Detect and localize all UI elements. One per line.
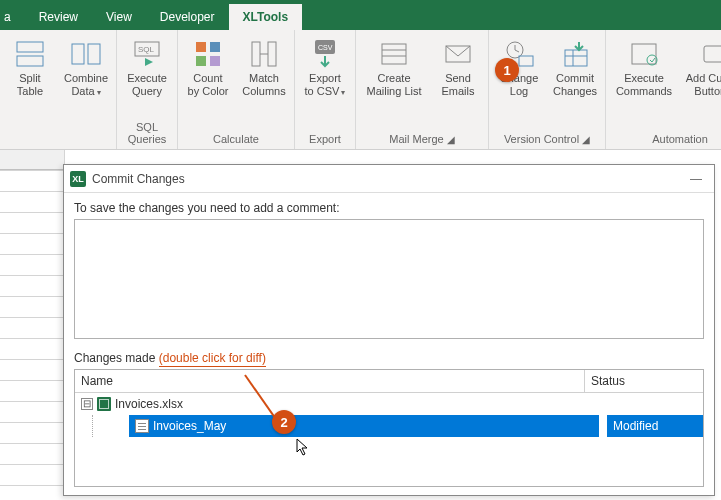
change-log-button[interactable]: Change Log [493, 34, 545, 131]
export-csv-button[interactable]: CSV Export to CSV▾ [299, 34, 351, 131]
svg-rect-3 [88, 44, 100, 64]
send-emails-icon [442, 38, 474, 70]
tab-review[interactable]: Review [25, 4, 92, 30]
ribbon: Split Table Combine Data▾ SQL Execute Qu… [0, 30, 721, 150]
send-emails-button[interactable]: Send Emails [432, 34, 484, 131]
worksheet-icon [135, 419, 149, 433]
commit-changes-icon [559, 38, 591, 70]
svg-text:SQL: SQL [138, 45, 155, 54]
dialog-launcher-icon[interactable]: ◢ [582, 134, 590, 145]
tab-xltools[interactable]: XLTools [229, 4, 303, 30]
group-export-title: Export [299, 131, 351, 147]
ribbon-tabs: a Review View Developer XLTools [0, 0, 721, 30]
changes-made-label: Changes made (double click for diff) [74, 351, 704, 365]
callout-badge-2: 2 [272, 410, 296, 434]
changes-table: Name Status ⊟ Invoices.xlsx Invoices_May [74, 369, 704, 487]
add-custom-buttons-button[interactable]: Add Custom Buttons▾ [682, 34, 721, 131]
group-calculate-title: Calculate [182, 131, 290, 147]
svg-rect-1 [17, 56, 43, 66]
panel-titlebar[interactable]: XL Commit Changes — [64, 165, 714, 193]
callout-badge-1: 1 [495, 58, 519, 82]
split-table-icon [14, 38, 46, 70]
xltools-logo-icon: XL [70, 171, 86, 187]
count-by-color-button[interactable]: Count by Color [182, 34, 234, 131]
excel-file-icon [97, 397, 111, 411]
execute-commands-icon [628, 38, 660, 70]
group-automation-title: Automation [610, 131, 721, 147]
svg-rect-10 [252, 42, 260, 66]
status-cell: Modified [607, 415, 704, 437]
svg-rect-25 [704, 46, 721, 62]
group-title [4, 131, 112, 147]
column-status-header[interactable]: Status [585, 370, 703, 392]
dialog-launcher-icon[interactable]: ◢ [447, 134, 455, 145]
match-columns-icon [248, 38, 280, 70]
sql-icon: SQL [131, 38, 163, 70]
svg-rect-6 [196, 42, 206, 52]
execute-commands-button[interactable]: Execute Commands [610, 34, 678, 131]
tab-view[interactable]: View [92, 4, 146, 30]
mailing-list-icon [378, 38, 410, 70]
group-mailmerge-title: Mail Merge◢ [360, 131, 484, 147]
file-name: Invoices.xlsx [115, 397, 183, 411]
svg-rect-9 [210, 56, 220, 66]
combine-data-icon [70, 38, 102, 70]
svg-rect-11 [268, 42, 276, 66]
column-name-header[interactable]: Name [75, 370, 585, 392]
create-mailing-button[interactable]: Create Mailing List [360, 34, 428, 131]
commit-changes-button[interactable]: Commit Changes [549, 34, 601, 131]
tree-row-sheet[interactable]: Invoices_May Modified [75, 415, 703, 437]
svg-text:CSV: CSV [318, 44, 333, 51]
sheet-name: Invoices_May [153, 419, 226, 433]
csv-icon: CSV [309, 38, 341, 70]
svg-rect-2 [72, 44, 84, 64]
svg-rect-0 [17, 42, 43, 52]
tab-developer[interactable]: Developer [146, 4, 229, 30]
combine-data-button[interactable]: Combine Data▾ [60, 34, 112, 131]
svg-rect-7 [210, 42, 220, 52]
spreadsheet-rows-bg [0, 150, 65, 500]
execute-query-button[interactable]: SQL Execute Query [121, 34, 173, 119]
minimize-button[interactable]: — [684, 172, 708, 186]
commit-changes-panel: XL Commit Changes — To save the changes … [63, 164, 715, 496]
diff-hint: (double click for diff) [159, 351, 266, 365]
tab-partial[interactable]: a [0, 4, 25, 30]
panel-title: Commit Changes [92, 172, 185, 186]
svg-rect-8 [196, 56, 206, 66]
tree-expander-icon[interactable]: ⊟ [81, 398, 93, 410]
tree-connector [92, 415, 93, 437]
group-sql-title: SQL Queries [121, 119, 173, 147]
instruction-label: To save the changes you need to add a co… [74, 201, 704, 215]
table-header: Name Status [75, 370, 703, 393]
match-columns-button[interactable]: Match Columns [238, 34, 290, 131]
group-version-title: Version Control◢ [493, 131, 601, 147]
svg-rect-14 [382, 44, 406, 64]
chevron-down-icon: ▾ [341, 88, 345, 97]
chevron-down-icon: ▾ [97, 88, 101, 97]
count-color-icon [192, 38, 224, 70]
comment-textarea[interactable] [74, 219, 704, 339]
split-table-button[interactable]: Split Table [4, 34, 56, 131]
tree-row-file[interactable]: ⊟ Invoices.xlsx [75, 393, 703, 415]
svg-rect-20 [565, 50, 587, 66]
svg-rect-19 [519, 56, 533, 66]
add-buttons-icon [700, 38, 721, 70]
